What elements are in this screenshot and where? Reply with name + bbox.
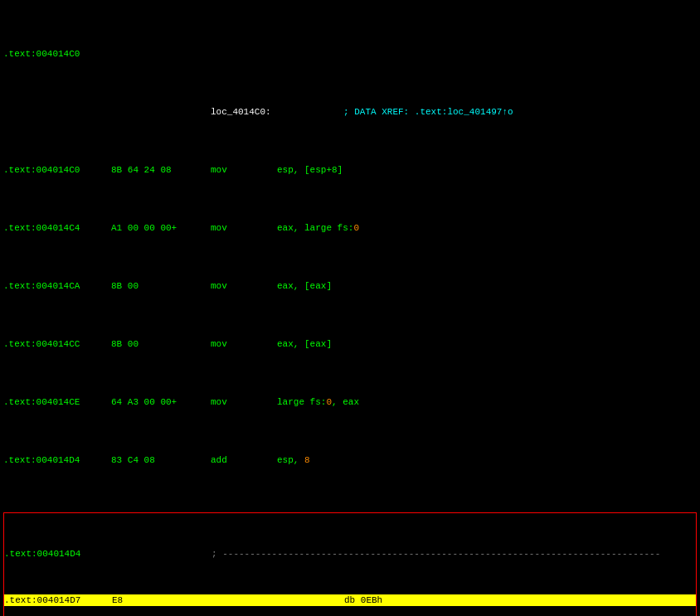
line-004014D4-add: .text:004014D4 83 C4 08 add esp, 8 — [3, 454, 697, 466]
code-view: .text:004014C0 loc_4014C0: ; DATA XREF: … — [0, 0, 700, 616]
line-004014CE: .text:004014CE 64 A3 00 00+ mov large fs… — [3, 396, 697, 408]
db-line-1: .text:004014D7 E8 db 0EBh — [4, 594, 696, 606]
line-004014C0-blank: .text:004014C0 — [3, 48, 697, 60]
line-004014CC: .text:004014CC 8B 00 mov eax, [eax] — [3, 338, 697, 350]
addr: .text:004014C0 — [3, 48, 111, 60]
line-004014CA: .text:004014CA 8B 00 mov eax, [eax] — [3, 280, 697, 292]
sep-line-1: .text:004014D4 ; -----------------------… — [4, 548, 696, 560]
line-004014C4: .text:004014C4 A1 00 00 00+ mov eax, lar… — [3, 222, 697, 234]
line-004014C0-mov: .text:004014C0 8B 64 24 08 mov esp, [esp… — [3, 164, 697, 176]
box-red-1: .text:004014D4 ; -----------------------… — [3, 512, 697, 616]
line-loc4014C0: loc_4014C0: ; DATA XREF: .text:loc_40149… — [3, 106, 697, 118]
